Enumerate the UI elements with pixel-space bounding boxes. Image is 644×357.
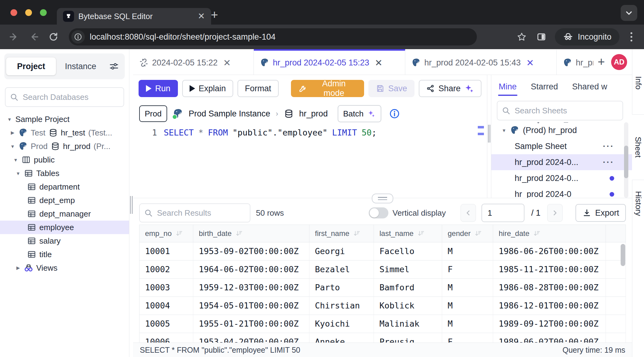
cell[interactable]: M: [442, 315, 493, 333]
search-sheets-input[interactable]: [514, 106, 618, 116]
tab-search-button[interactable]: [621, 5, 637, 21]
close-tab-icon[interactable]: ✕: [223, 57, 231, 68]
column-header-birth-date[interactable]: birth_date: [193, 225, 309, 242]
tree-views-group[interactable]: ▶ Views: [0, 261, 129, 275]
cell[interactable]: Bamford: [374, 279, 442, 297]
tab-starred[interactable]: Starred: [531, 82, 558, 92]
cell[interactable]: 1959-12-03T00:00:00Z: [193, 279, 309, 297]
cell[interactable]: 1953-09-02T00:00:00Z: [193, 242, 309, 261]
cell[interactable]: 10006: [139, 333, 193, 343]
sheet-item-unsaved-clipped[interactable]: hr_prod 2024-0: [491, 186, 632, 198]
search-sheets-box[interactable]: [497, 101, 623, 120]
drag-handle[interactable]: [372, 194, 393, 203]
instance-name[interactable]: Prod Sample Instance: [189, 109, 270, 119]
tab-instance[interactable]: Instance: [58, 62, 103, 71]
filter-settings-button[interactable]: [105, 61, 123, 71]
site-info-icon[interactable]: [71, 30, 85, 44]
cell[interactable]: Chirstian: [309, 297, 374, 315]
column-header-gender[interactable]: gender: [442, 225, 493, 242]
database-name[interactable]: hr_prod: [299, 109, 328, 119]
tree-db-hr-test[interactable]: ▶ Test hr_test (Test...: [0, 126, 129, 139]
back-button[interactable]: [8, 31, 20, 43]
vertical-display-toggle[interactable]: [369, 207, 388, 218]
save-button[interactable]: Save: [368, 80, 414, 97]
reload-button[interactable]: [47, 31, 60, 43]
info-icon[interactable]: [389, 108, 400, 119]
results-resize-divider[interactable]: [133, 198, 632, 201]
side-panel-button[interactable]: [535, 31, 548, 43]
table-scrollbar[interactable]: [621, 244, 625, 266]
tab-history[interactable]: History: [634, 191, 643, 216]
cell[interactable]: F: [442, 261, 493, 279]
search-results-box[interactable]: [139, 203, 250, 222]
cell[interactable]: 1964-06-02T00:00:00Z: [193, 261, 309, 279]
add-worksheet-button[interactable]: +: [593, 49, 609, 75]
cell[interactable]: Maliniak: [374, 315, 442, 333]
cell[interactable]: 1954-05-01T00:00:00Z: [193, 297, 309, 315]
bookmark-button[interactable]: [516, 31, 528, 43]
cell[interactable]: Facello: [374, 242, 442, 261]
tab-sheet-active[interactable]: Sheet: [632, 114, 644, 180]
browser-tab-close-icon[interactable]: ✕: [198, 12, 205, 21]
search-databases-box[interactable]: [5, 87, 124, 107]
sheet-more-button[interactable]: ···: [603, 157, 614, 167]
column-header-last-name[interactable]: last_name: [374, 225, 442, 242]
sql-editor[interactable]: 1 SELECT*FROM"public"."employee"LIMIT50;: [133, 125, 487, 198]
panel-resize-handle[interactable]: [487, 75, 491, 198]
page-number-input[interactable]: [481, 204, 524, 222]
cell[interactable]: Kyoichi: [309, 315, 374, 333]
close-tab-icon[interactable]: ✕: [526, 57, 534, 68]
tree-schema-public[interactable]: ▼ public: [0, 153, 129, 167]
tree-table-salary[interactable]: salary: [0, 234, 129, 248]
cell[interactable]: M: [442, 279, 493, 297]
cell[interactable]: Koblick: [374, 297, 442, 315]
cell[interactable]: 1989-09-12T00:00:00Z: [493, 315, 606, 333]
share-button[interactable]: Share: [419, 80, 481, 97]
close-tab-icon[interactable]: ✕: [375, 57, 383, 68]
run-button[interactable]: Run: [139, 80, 178, 97]
browser-menu-button[interactable]: [627, 32, 636, 41]
zoom-window-button[interactable]: [40, 9, 47, 16]
cell[interactable]: 1953-04-20T00:00:00Z: [193, 333, 309, 343]
column-header-hire-date[interactable]: hire_date: [493, 225, 606, 242]
cell[interactable]: M: [442, 242, 493, 261]
cell[interactable]: 10002: [139, 261, 193, 279]
worksheet-tab-2-active[interactable]: hr_prod 2024-02-05 15:23 ✕: [254, 49, 405, 75]
cell[interactable]: 10004: [139, 297, 193, 315]
explain-button[interactable]: Explain: [182, 80, 234, 97]
batch-mode-button[interactable]: Batch: [338, 105, 382, 122]
worksheet-tab-1[interactable]: 2024-02-05 15:22 ✕: [133, 49, 254, 75]
tree-project-row[interactable]: ▼ Sample Project: [0, 112, 129, 126]
cell[interactable]: F: [442, 333, 493, 343]
new-browser-tab-button[interactable]: +: [208, 9, 221, 22]
sheets-scrollbar[interactable]: [624, 122, 628, 198]
tree-table-title[interactable]: title: [0, 248, 129, 261]
cell[interactable]: 10001: [139, 242, 193, 261]
user-avatar[interactable]: AD: [611, 54, 627, 70]
cell[interactable]: Anneke: [309, 333, 374, 343]
cell[interactable]: 1989-06-02T00:00:00Z: [493, 333, 606, 343]
worksheet-tab-4[interactable]: hr_prod 2024-(: [557, 49, 593, 75]
tree-table-dept-manager[interactable]: dept_manager: [0, 207, 129, 221]
tab-project[interactable]: Project: [6, 57, 56, 75]
column-header-first-name[interactable]: first_name: [309, 225, 374, 242]
export-button[interactable]: Export: [575, 204, 626, 222]
cell[interactable]: Georgi: [309, 242, 374, 261]
tree-table-employee-selected[interactable]: employee: [0, 221, 129, 234]
sheet-item-unsaved[interactable]: hr_prod 2024-0...: [491, 170, 632, 186]
cell[interactable]: Bezalel: [309, 261, 374, 279]
cell[interactable]: 1985-11-21T00:00:00Z: [493, 261, 606, 279]
cell[interactable]: 1955-01-21T00:00:00Z: [193, 315, 309, 333]
url-bar[interactable]: localhost:8080/sql-editor/sheet/project-…: [69, 28, 477, 45]
format-button[interactable]: Format: [238, 80, 279, 97]
column-header-emp-no[interactable]: emp_no: [139, 225, 193, 242]
next-page-button[interactable]: [547, 204, 563, 222]
minimize-window-button[interactable]: [25, 9, 32, 16]
cell[interactable]: Simmel: [374, 261, 442, 279]
cell[interactable]: 1986-08-28T00:00:00Z: [493, 279, 606, 297]
cell[interactable]: 1986-06-26T00:00:00Z: [493, 242, 606, 261]
cell[interactable]: M: [442, 297, 493, 315]
sidebar-resize-handle[interactable]: [129, 49, 133, 357]
sheet-more-button[interactable]: ···: [603, 141, 614, 151]
tab-info[interactable]: Info: [634, 76, 643, 89]
